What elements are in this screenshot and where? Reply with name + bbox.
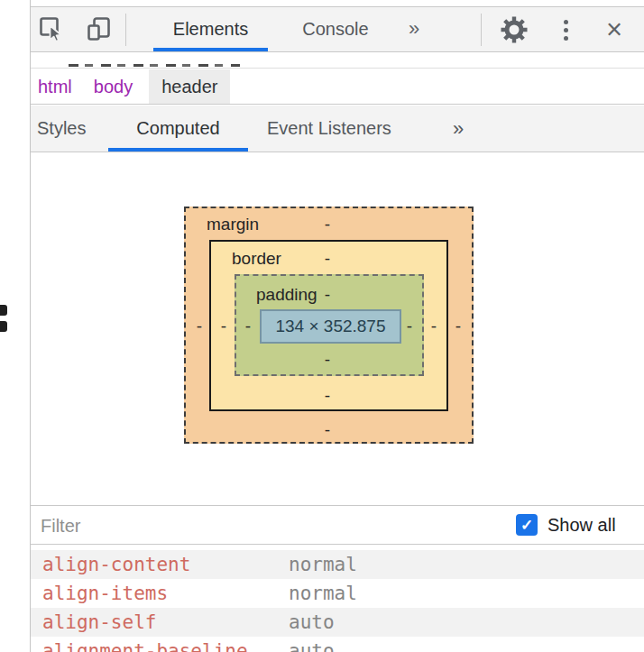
padding-label: padding — [256, 285, 317, 305]
margin-top-value[interactable]: - — [318, 215, 336, 234]
breadcrumb-item-body[interactable]: body — [87, 69, 140, 104]
tab-event-listeners[interactable]: Event Listeners — [267, 106, 391, 152]
clipped-page-glyph — [0, 305, 7, 316]
checkmark-icon: ✓ — [520, 518, 533, 533]
property-row[interactable]: alignment-baseline auto — [31, 637, 644, 652]
tab-computed[interactable]: Computed — [108, 106, 248, 152]
toolbar-divider — [481, 14, 482, 46]
devtools-window: Elements Console » × html body header — [0, 0, 644, 652]
border-right-value[interactable]: - — [425, 317, 443, 336]
inspect-element-icon[interactable] — [38, 15, 65, 42]
padding-top-value[interactable]: - — [318, 285, 336, 305]
tab-elements[interactable]: Elements — [153, 7, 268, 51]
padding-right-value[interactable]: - — [400, 317, 419, 336]
property-row[interactable]: align-items normal — [31, 579, 644, 608]
margin-left-value[interactable]: - — [190, 317, 208, 336]
tab-console-label: Console — [302, 19, 368, 39]
margin-right-value[interactable]: - — [449, 317, 467, 336]
device-toolbar-icon[interactable] — [86, 15, 113, 42]
clipped-dom-text — [69, 64, 240, 67]
border-left-value[interactable]: - — [215, 317, 233, 336]
property-name: alignment-baseline — [31, 640, 248, 652]
page-content-strip — [0, 0, 30, 652]
show-all-checkbox[interactable]: ✓ — [516, 514, 538, 536]
filter-bar: ✓ Show all — [31, 505, 644, 545]
border-bottom-value[interactable]: - — [318, 386, 336, 406]
show-all-group: ✓ Show all — [516, 514, 616, 536]
border-label: border — [232, 249, 281, 269]
show-all-label[interactable]: Show all — [547, 515, 616, 536]
breadcrumb-item-header[interactable]: header — [149, 69, 230, 104]
property-value: auto — [289, 640, 335, 652]
computed-properties-list: align-content normal align-items normal … — [31, 545, 644, 652]
devtools-toolbar: Elements Console » × — [31, 7, 644, 52]
tab-elements-label: Elements — [173, 19, 248, 39]
more-tabs-icon[interactable]: » — [400, 7, 428, 51]
toolbar-divider — [125, 14, 126, 46]
property-name: align-items — [31, 583, 168, 604]
tab-styles[interactable]: Styles — [37, 106, 86, 152]
tab-console[interactable]: Console — [290, 7, 381, 51]
sidebar-tabs: Styles Computed Event Listeners » — [31, 106, 644, 152]
clipped-dom-tree-row[interactable] — [31, 53, 644, 69]
breadcrumb-item-html[interactable]: html — [31, 69, 79, 104]
property-name: align-content — [31, 554, 190, 575]
filter-input[interactable] — [41, 513, 293, 538]
padding-left-value[interactable]: - — [239, 317, 257, 336]
property-name: align-self — [31, 611, 156, 633]
devtools-top-edge — [31, 0, 644, 7]
property-value: auto — [289, 611, 335, 633]
content-dimensions: 134 × 352.875 — [275, 317, 385, 336]
property-row[interactable]: align-self auto — [31, 608, 644, 637]
padding-bottom-value[interactable]: - — [318, 350, 336, 370]
close-icon[interactable]: × — [599, 14, 630, 46]
box-model-content-region[interactable]: 134 × 352.875 — [260, 309, 401, 344]
more-panels-icon[interactable]: » — [447, 106, 469, 152]
margin-bottom-value[interactable]: - — [318, 420, 336, 440]
margin-label: margin — [207, 215, 259, 234]
more-options-icon[interactable] — [559, 14, 572, 45]
breadcrumb: html body header — [31, 69, 644, 105]
property-value: normal — [289, 554, 357, 575]
clipped-page-glyph — [0, 321, 7, 332]
settings-gear-icon[interactable] — [500, 15, 529, 44]
property-row[interactable]: align-content normal — [31, 550, 644, 579]
border-top-value[interactable]: - — [318, 249, 336, 269]
property-value: normal — [289, 583, 357, 604]
